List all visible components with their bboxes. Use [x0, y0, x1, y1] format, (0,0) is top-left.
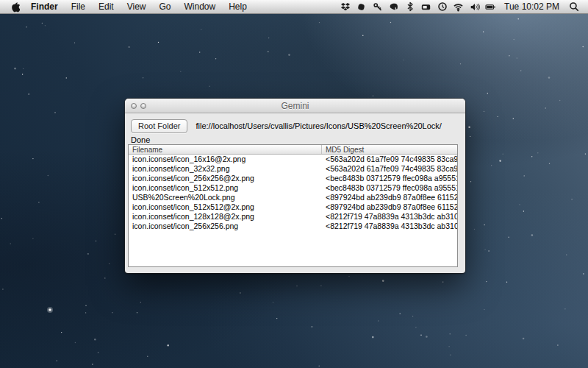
- digest-cell: <563a202d 61a7fe09 74c49835 83ca92e1>: [322, 155, 457, 164]
- root-folder-button[interactable]: Root Folder: [131, 119, 187, 133]
- table-row[interactable]: icon.iconset/icon_512x512@2x.png <897924…: [129, 202, 457, 212]
- menu-bar-clock[interactable]: Tue 10:02 PM: [500, 1, 565, 12]
- menu-item-view[interactable]: View: [121, 0, 153, 13]
- menu-item-edit[interactable]: Edit: [92, 0, 121, 13]
- digest-cell: <8212f719 47a8839a 4313b3dc ab310e39>: [322, 222, 457, 231]
- menu-bar: Finder File Edit View Go Window Help: [0, 0, 588, 14]
- gemini-window: Gemini Root Folder file://localhost/User…: [125, 99, 465, 273]
- dropbox-icon[interactable]: [338, 0, 352, 13]
- menu-item-go[interactable]: Go: [153, 0, 178, 13]
- digest-cell: <563a202d 61a7fe09 74c49835 83ca92e1>: [322, 164, 457, 174]
- digest-cell: <bec8483b 03712579 ffec098a a9555180>: [322, 183, 457, 193]
- elephant-icon[interactable]: [387, 0, 401, 13]
- menu-item-window[interactable]: Window: [178, 0, 223, 13]
- volume-icon[interactable]: [467, 0, 481, 13]
- table-header: Filename MD5 Digest: [129, 145, 457, 155]
- window-titlebar[interactable]: Gemini: [125, 99, 465, 113]
- window-title: Gemini: [281, 101, 309, 111]
- table-row[interactable]: icon.iconset/icon_16x16@2x.png <563a202d…: [129, 155, 457, 164]
- table-row[interactable]: icon.iconset/icon_512x512.png <bec8483b …: [129, 183, 457, 193]
- column-header-filename[interactable]: Filename: [129, 145, 322, 154]
- digest-cell: <897924bd ab239db9 87a0f8ee 611526c5>: [322, 202, 457, 212]
- filename-cell: icon.iconset/icon_512x512@2x.png: [129, 202, 322, 212]
- app-blob-icon[interactable]: [354, 0, 368, 13]
- menu-item-file[interactable]: File: [65, 0, 92, 13]
- wifi-icon[interactable]: [451, 0, 465, 13]
- status-label: Done: [131, 135, 150, 144]
- time-machine-icon[interactable]: [435, 0, 449, 13]
- md5-results-table: Filename MD5 Digest icon.iconset/icon_16…: [128, 144, 458, 267]
- battery-icon[interactable]: [484, 0, 498, 13]
- spotlight-icon[interactable]: [567, 0, 582, 13]
- filename-cell: icon.iconset/icon_128x128@2x.png: [129, 212, 322, 222]
- table-row[interactable]: icon.iconset/icon_256x256.png <8212f719 …: [129, 222, 457, 231]
- menu-item-finder[interactable]: Finder: [24, 0, 65, 13]
- window-controls: [131, 103, 146, 109]
- table-row[interactable]: icon.iconset/icon_32x32.png <563a202d 61…: [129, 164, 457, 174]
- filename-cell: icon.iconset/icon_256x256@2x.png: [129, 174, 322, 183]
- bluetooth-icon[interactable]: [403, 0, 417, 13]
- filename-cell: icon.iconset/icon_512x512.png: [129, 183, 322, 193]
- column-header-md5[interactable]: MD5 Digest: [322, 145, 457, 154]
- menu-bar-status-area: Tue 10:02 PM: [338, 0, 582, 13]
- digest-cell: <bec8483b 03712579 ffec098a a9555180>: [322, 174, 457, 183]
- table-row[interactable]: USB%20Screen%20Lock.png <897924bd ab239d…: [129, 193, 457, 202]
- filename-cell: USB%20Screen%20Lock.png: [129, 193, 322, 202]
- battery-widget-icon[interactable]: [419, 0, 433, 13]
- table-row[interactable]: icon.iconset/icon_128x128@2x.png <8212f7…: [129, 212, 457, 222]
- filename-cell: icon.iconset/icon_256x256.png: [129, 222, 322, 231]
- toolbar-row: Root Folder file://localhost/Users/cvall…: [131, 118, 459, 133]
- table-row[interactable]: icon.iconset/icon_256x256@2x.png <bec848…: [129, 174, 457, 183]
- apple-menu-icon[interactable]: [6, 0, 24, 13]
- filename-cell: icon.iconset/icon_16x16@2x.png: [129, 155, 322, 164]
- menu-item-help[interactable]: Help: [222, 0, 254, 13]
- close-button[interactable]: [131, 103, 137, 109]
- key-icon[interactable]: [370, 0, 384, 13]
- folder-path-label: file://localhost/Users/cvallis/Pictures/…: [196, 121, 441, 130]
- digest-cell: <897924bd ab239db9 87a0f8ee 611526c5>: [322, 193, 457, 202]
- minimize-button[interactable]: [140, 103, 146, 109]
- digest-cell: <8212f719 47a8839a 4313b3dc ab310e39>: [322, 212, 457, 222]
- filename-cell: icon.iconset/icon_32x32.png: [129, 164, 322, 174]
